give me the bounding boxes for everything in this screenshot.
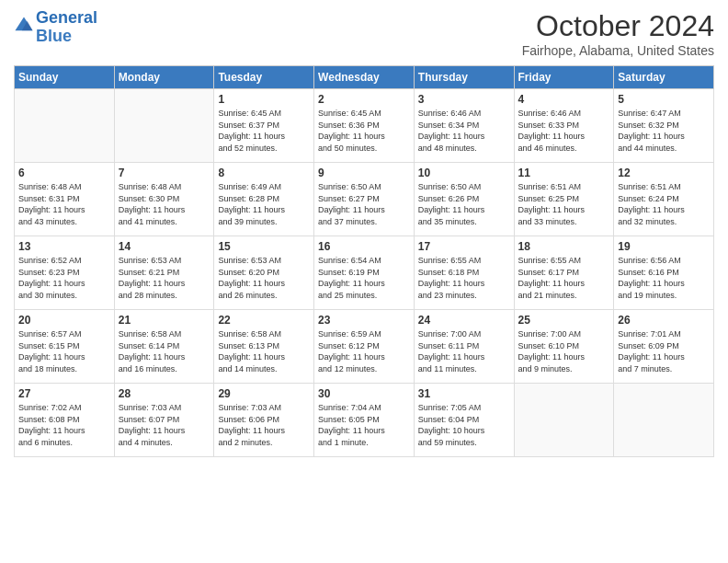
- calendar-cell: [614, 384, 714, 457]
- day-header-thursday: Thursday: [414, 66, 514, 89]
- day-info: Sunrise: 7:05 AM Sunset: 6:04 PM Dayligh…: [418, 402, 510, 448]
- day-number: 3: [418, 93, 510, 106]
- calendar-cell: 22Sunrise: 6:58 AM Sunset: 6:13 PM Dayli…: [214, 310, 314, 384]
- calendar-cell: 2Sunrise: 6:45 AM Sunset: 6:36 PM Daylig…: [314, 89, 415, 163]
- day-number: 28: [119, 387, 210, 400]
- calendar-cell: 5Sunrise: 6:47 AM Sunset: 6:32 PM Daylig…: [614, 89, 714, 163]
- day-info: Sunrise: 7:03 AM Sunset: 6:06 PM Dayligh…: [218, 402, 310, 448]
- day-info: Sunrise: 6:51 AM Sunset: 6:25 PM Dayligh…: [518, 181, 610, 227]
- calendar-cell: 16Sunrise: 6:54 AM Sunset: 6:19 PM Dayli…: [314, 236, 415, 310]
- calendar-cell: 23Sunrise: 6:59 AM Sunset: 6:12 PM Dayli…: [314, 310, 415, 384]
- day-header-wednesday: Wednesday: [314, 66, 415, 89]
- day-number: 27: [18, 387, 110, 400]
- logo: General Blue: [14, 9, 97, 46]
- week-row-3: 13Sunrise: 6:52 AM Sunset: 6:23 PM Dayli…: [15, 236, 714, 310]
- week-row-5: 27Sunrise: 7:02 AM Sunset: 6:08 PM Dayli…: [15, 384, 714, 457]
- day-number: 29: [218, 387, 310, 400]
- calendar-cell: 26Sunrise: 7:01 AM Sunset: 6:09 PM Dayli…: [614, 310, 714, 384]
- day-header-monday: Monday: [114, 66, 214, 89]
- calendar-cell: 28Sunrise: 7:03 AM Sunset: 6:07 PM Dayli…: [114, 384, 214, 457]
- day-number: 10: [418, 167, 510, 179]
- day-info: Sunrise: 6:53 AM Sunset: 6:21 PM Dayligh…: [119, 255, 210, 301]
- calendar-cell: 11Sunrise: 6:51 AM Sunset: 6:25 PM Dayli…: [514, 163, 614, 236]
- calendar-cell: 12Sunrise: 6:51 AM Sunset: 6:24 PM Dayli…: [614, 163, 714, 236]
- day-number: 20: [18, 314, 110, 327]
- day-number: 25: [518, 314, 610, 327]
- header: General Blue October 2024 Fairhope, Alab…: [14, 9, 714, 58]
- calendar-cell: 7Sunrise: 6:48 AM Sunset: 6:30 PM Daylig…: [114, 163, 214, 236]
- calendar-cell: [114, 89, 214, 163]
- day-number: 16: [318, 240, 410, 253]
- calendar-cell: 27Sunrise: 7:02 AM Sunset: 6:08 PM Dayli…: [15, 384, 115, 457]
- week-row-1: 1Sunrise: 6:45 AM Sunset: 6:37 PM Daylig…: [15, 89, 714, 163]
- day-number: 19: [618, 240, 710, 253]
- day-info: Sunrise: 7:02 AM Sunset: 6:08 PM Dayligh…: [18, 402, 110, 448]
- calendar-cell: 18Sunrise: 6:55 AM Sunset: 6:17 PM Dayli…: [514, 236, 614, 310]
- week-row-2: 6Sunrise: 6:48 AM Sunset: 6:31 PM Daylig…: [15, 163, 714, 236]
- day-info: Sunrise: 6:55 AM Sunset: 6:17 PM Dayligh…: [518, 255, 610, 301]
- day-number: 23: [318, 314, 410, 327]
- calendar-cell: 19Sunrise: 6:56 AM Sunset: 6:16 PM Dayli…: [614, 236, 714, 310]
- calendar-cell: 4Sunrise: 6:46 AM Sunset: 6:33 PM Daylig…: [514, 89, 614, 163]
- calendar-cell: 17Sunrise: 6:55 AM Sunset: 6:18 PM Dayli…: [414, 236, 514, 310]
- day-number: 30: [318, 387, 410, 400]
- calendar-cell: 20Sunrise: 6:57 AM Sunset: 6:15 PM Dayli…: [15, 310, 115, 384]
- day-info: Sunrise: 6:58 AM Sunset: 6:13 PM Dayligh…: [218, 328, 310, 374]
- day-number: 7: [119, 167, 210, 179]
- day-info: Sunrise: 6:48 AM Sunset: 6:31 PM Dayligh…: [18, 181, 110, 227]
- calendar-cell: 8Sunrise: 6:49 AM Sunset: 6:28 PM Daylig…: [214, 163, 314, 236]
- title-block: October 2024 Fairhope, Alabama, United S…: [522, 9, 714, 58]
- day-info: Sunrise: 6:46 AM Sunset: 6:34 PM Dayligh…: [418, 108, 510, 154]
- calendar-body: 1Sunrise: 6:45 AM Sunset: 6:37 PM Daylig…: [15, 89, 714, 457]
- day-info: Sunrise: 6:56 AM Sunset: 6:16 PM Dayligh…: [618, 255, 710, 301]
- day-info: Sunrise: 6:45 AM Sunset: 6:36 PM Dayligh…: [318, 108, 410, 154]
- calendar-cell: 1Sunrise: 6:45 AM Sunset: 6:37 PM Daylig…: [214, 89, 314, 163]
- day-number: 22: [218, 314, 310, 327]
- day-info: Sunrise: 6:59 AM Sunset: 6:12 PM Dayligh…: [318, 328, 410, 374]
- day-header-sunday: Sunday: [15, 66, 115, 89]
- location: Fairhope, Alabama, United States: [522, 43, 714, 58]
- calendar-cell: 29Sunrise: 7:03 AM Sunset: 6:06 PM Dayli…: [214, 384, 314, 457]
- calendar-cell: 6Sunrise: 6:48 AM Sunset: 6:31 PM Daylig…: [15, 163, 115, 236]
- logo-line1: General: [36, 8, 97, 27]
- calendar-cell: 9Sunrise: 6:50 AM Sunset: 6:27 PM Daylig…: [314, 163, 415, 236]
- logo-text: General Blue: [36, 9, 97, 46]
- day-info: Sunrise: 6:49 AM Sunset: 6:28 PM Dayligh…: [218, 181, 310, 227]
- calendar-table: SundayMondayTuesdayWednesdayThursdayFrid…: [14, 65, 714, 457]
- day-number: 9: [318, 167, 410, 179]
- month-title: October 2024: [522, 9, 714, 43]
- day-info: Sunrise: 7:00 AM Sunset: 6:11 PM Dayligh…: [418, 328, 510, 374]
- calendar-cell: 31Sunrise: 7:05 AM Sunset: 6:04 PM Dayli…: [414, 384, 514, 457]
- calendar-cell: [514, 384, 614, 457]
- calendar-cell: 24Sunrise: 7:00 AM Sunset: 6:11 PM Dayli…: [414, 310, 514, 384]
- day-number: 13: [18, 240, 110, 253]
- calendar-cell: 14Sunrise: 6:53 AM Sunset: 6:21 PM Dayli…: [114, 236, 214, 310]
- day-number: 11: [518, 167, 610, 179]
- day-header-saturday: Saturday: [614, 66, 714, 89]
- day-info: Sunrise: 7:00 AM Sunset: 6:10 PM Dayligh…: [518, 328, 610, 374]
- day-header-friday: Friday: [514, 66, 614, 89]
- day-number: 18: [518, 240, 610, 253]
- calendar-cell: 3Sunrise: 6:46 AM Sunset: 6:34 PM Daylig…: [414, 89, 514, 163]
- day-info: Sunrise: 6:53 AM Sunset: 6:20 PM Dayligh…: [218, 255, 310, 301]
- day-info: Sunrise: 6:46 AM Sunset: 6:33 PM Dayligh…: [518, 108, 610, 154]
- day-number: 21: [119, 314, 210, 327]
- day-info: Sunrise: 6:45 AM Sunset: 6:37 PM Dayligh…: [218, 108, 310, 154]
- calendar-cell: 25Sunrise: 7:00 AM Sunset: 6:10 PM Dayli…: [514, 310, 614, 384]
- day-info: Sunrise: 7:04 AM Sunset: 6:05 PM Dayligh…: [318, 402, 410, 448]
- day-number: 6: [18, 167, 110, 179]
- day-info: Sunrise: 6:57 AM Sunset: 6:15 PM Dayligh…: [18, 328, 110, 374]
- day-number: 4: [518, 93, 610, 106]
- calendar-cell: 10Sunrise: 6:50 AM Sunset: 6:26 PM Dayli…: [414, 163, 514, 236]
- calendar-header-row: SundayMondayTuesdayWednesdayThursdayFrid…: [15, 66, 714, 89]
- logo-line2: Blue: [36, 27, 72, 45]
- day-number: 24: [418, 314, 510, 327]
- day-info: Sunrise: 6:50 AM Sunset: 6:27 PM Dayligh…: [318, 181, 410, 227]
- logo-icon: [14, 16, 34, 36]
- day-info: Sunrise: 6:50 AM Sunset: 6:26 PM Dayligh…: [418, 181, 510, 227]
- day-info: Sunrise: 6:55 AM Sunset: 6:18 PM Dayligh…: [418, 255, 510, 301]
- day-number: 8: [218, 167, 310, 179]
- calendar-cell: 15Sunrise: 6:53 AM Sunset: 6:20 PM Dayli…: [214, 236, 314, 310]
- day-header-tuesday: Tuesday: [214, 66, 314, 89]
- day-number: 5: [618, 93, 710, 106]
